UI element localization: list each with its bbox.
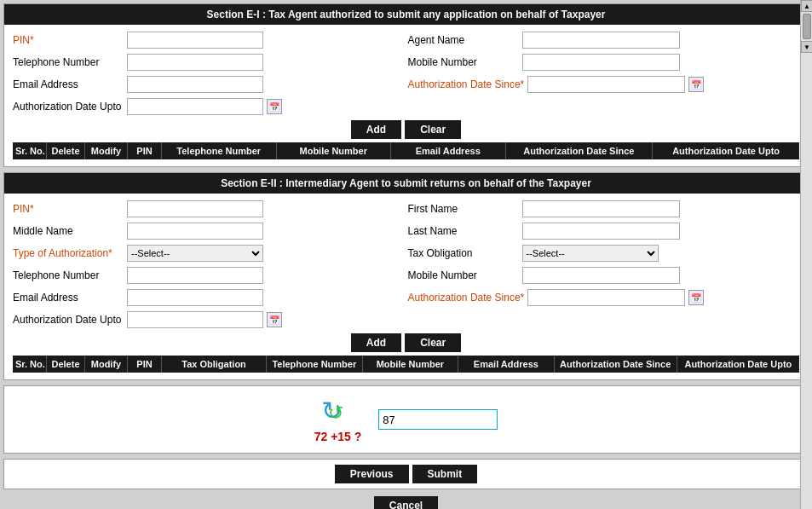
last-name-input[interactable] [522,223,680,240]
pin-input-ei[interactable] [127,32,263,49]
table-header-eii: Sr. No. Delete Modify PIN Tax Obligation… [13,356,799,373]
auth-since-input-eii[interactable] [527,289,685,306]
auth-upto-input-ei[interactable] [127,98,263,115]
auth-upto-input-eii[interactable] [127,311,263,328]
table-header-ei: Sr. No. Delete Modify PIN Telephone Numb… [13,142,799,159]
mobile-label-eii: Mobile Number [408,269,519,281]
auth-since-label-ei: Authorization Date Since* [408,78,525,90]
th-modify-eii: Modify [85,356,128,373]
calendar-icon-eii-upto[interactable]: 📅 [267,312,282,327]
th-authsince-ei: Authorization Date Since [506,142,654,159]
email-label-eii: Email Address [13,292,124,304]
captcha-refresh-area: ↻ ↺ 72 +15 ? [314,396,362,443]
middle-name-input[interactable] [127,223,263,240]
scroll-down-button[interactable]: ▼ [801,41,812,53]
add-button-eii[interactable]: Add [351,333,401,352]
th-modify-ei: Modify [85,142,128,159]
first-name-label: First Name [408,203,519,215]
clear-button-ei[interactable]: Clear [405,120,461,139]
th-authupto-ei: Authorization Date Upto [653,142,799,159]
pin-input-eii[interactable] [127,200,263,217]
agent-name-input[interactable] [522,32,680,49]
th-authupto-eii: Authorization Date Upto [677,356,799,373]
mobile-label-ei: Mobile Number [408,56,519,68]
auth-upto-label-ei: Authorization Date Upto [13,101,124,113]
th-email-eii: Email Address [458,356,555,373]
th-tel-ei: Telephone Number [162,142,277,159]
email-input-eii[interactable] [127,289,263,306]
th-pin-ei: PIN [128,142,162,159]
pin-label-eii: PIN* [13,203,124,215]
th-tel-eii: Telephone Number [267,356,363,373]
agent-name-label: Agent Name [408,34,519,46]
calendar-icon-eii-since[interactable]: 📅 [688,290,704,305]
section-ei-title: Section E-I : Tax Agent authorized to su… [4,4,808,25]
telephone-label-ei: Telephone Number [13,56,124,68]
middle-name-label: Middle Name [13,225,124,237]
telephone-input-ei[interactable] [127,54,263,71]
cancel-button[interactable]: Cancel [374,496,438,509]
scrollbar[interactable]: ▲ ▼ [800,0,812,509]
type-auth-label: Type of Authorization* [13,247,124,259]
add-button-ei[interactable]: Add [351,120,401,139]
previous-button[interactable]: Previous [335,465,409,483]
telephone-input-eii[interactable] [127,267,263,284]
captcha-equation: 72 +15 ? [314,430,362,443]
auth-since-label-eii: Authorization Date Since* [408,292,525,304]
email-label-ei: Email Address [13,78,124,90]
first-name-input[interactable] [522,200,680,217]
telephone-label-eii: Telephone Number [13,269,124,281]
last-name-label: Last Name [408,225,519,237]
mobile-input-ei[interactable] [522,54,680,71]
type-auth-select[interactable]: --Select-- [127,245,263,262]
cancel-row: Cancel [3,495,809,509]
th-delete-eii: Delete [47,356,85,373]
th-mob-eii: Mobile Number [363,356,459,373]
captcha-input[interactable] [378,409,498,430]
tax-obligation-label: Tax Obligation [408,247,519,259]
pin-label-ei: PIN* [13,34,124,46]
section-eii: Section E-II : Intermediary Agent to sub… [3,172,809,380]
th-mob-ei: Mobile Number [277,142,392,159]
scroll-thumb[interactable] [803,14,811,39]
section-eii-title: Section E-II : Intermediary Agent to sub… [4,173,808,194]
th-email-ei: Email Address [391,142,506,159]
tax-obligation-select[interactable]: --Select-- [522,245,659,262]
th-authsince-eii: Authorization Date Since [555,356,677,373]
email-input-ei[interactable] [127,76,263,93]
submit-button[interactable]: Submit [412,465,478,483]
th-delete-ei: Delete [47,142,85,159]
th-srno-ei: Sr. No. [13,142,47,159]
navigation-row: Previous Submit [3,459,809,489]
captcha-section: ↻ ↺ 72 +15 ? [3,385,809,454]
clear-button-eii[interactable]: Clear [405,333,461,352]
calendar-icon-ei-since[interactable]: 📅 [688,77,704,92]
calendar-icon-ei-upto[interactable]: 📅 [267,99,282,114]
auth-since-input-ei[interactable] [527,76,685,93]
auth-upto-label-eii: Authorization Date Upto [13,314,124,326]
th-srno-eii: Sr. No. [13,356,47,373]
th-pin-eii: PIN [128,356,162,373]
section-ei: Section E-I : Tax Agent authorized to su… [3,3,809,167]
scroll-up-button[interactable]: ▲ [801,0,812,12]
th-taxobl-eii: Tax Obligation [162,356,267,373]
mobile-input-eii[interactable] [522,267,680,284]
